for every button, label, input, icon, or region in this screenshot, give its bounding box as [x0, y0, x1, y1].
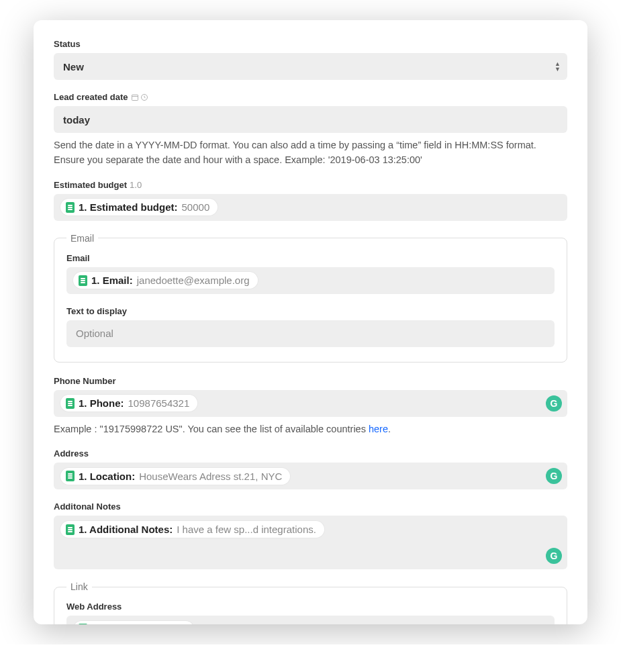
sheet-icon	[66, 202, 75, 213]
notes-chip[interactable]: 1. Additional Notes: I have a few sp...d…	[60, 521, 324, 538]
sheet-icon	[66, 524, 75, 535]
phone-label: Phone Number	[54, 376, 567, 386]
email-chip[interactable]: 1. Email: janedoette@example.org	[73, 272, 258, 289]
budget-input[interactable]: 1. Estimated budget: 50000	[54, 194, 567, 221]
phone-chip-key: 1. Phone:	[79, 397, 124, 409]
email-field: Email 1. Email: janedoette@example.org	[66, 253, 555, 294]
budget-hint: 1.0	[130, 180, 142, 190]
notes-field: Additonal Notes 1. Additional Notes: I h…	[54, 501, 567, 569]
web-field: Web Address 1. Link: example.org	[66, 602, 555, 624]
email-display-input[interactable]: Optional	[66, 320, 555, 347]
lead-date-input[interactable]: today	[54, 106, 567, 133]
status-label: Status	[54, 39, 567, 49]
grammarly-icon[interactable]: G	[546, 468, 562, 484]
link-group-legend: Link	[66, 581, 92, 592]
lead-date-label: Lead created date	[54, 92, 567, 102]
phone-chip[interactable]: 1. Phone: 10987654321	[60, 395, 197, 412]
address-label: Address	[54, 448, 567, 459]
budget-field: Estimated budget 1.0 1. Estimated budget…	[54, 180, 567, 221]
grammarly-icon[interactable]: G	[546, 395, 562, 412]
address-input[interactable]: 1. Location: HouseWears Adress st.21, NY…	[54, 463, 567, 489]
lead-date-label-text: Lead created date	[54, 92, 128, 102]
phone-help: Example : "19175998722 US". You can see …	[54, 422, 567, 437]
notes-chip-key: 1. Additional Notes:	[79, 524, 173, 535]
address-field: Address 1. Location: HouseWears Adress s…	[54, 448, 567, 489]
clock-icon	[140, 93, 148, 101]
status-select[interactable]: New ▲▼	[54, 53, 567, 80]
email-input[interactable]: 1. Email: janedoette@example.org	[66, 267, 555, 294]
form-card: Status New ▲▼ Lead created date today Se…	[34, 20, 587, 624]
email-group: Email Email 1. Email: janedoette@example…	[54, 233, 567, 363]
select-arrows-icon: ▲▼	[555, 61, 561, 72]
budget-chip-key: 1. Estimated budget:	[79, 201, 178, 213]
email-display-label: Text to display	[66, 306, 555, 316]
budget-label: Estimated budget 1.0	[54, 180, 567, 190]
lead-date-value: today	[60, 114, 90, 126]
status-field: Status New ▲▼	[54, 39, 567, 80]
sheet-icon	[79, 275, 87, 286]
budget-label-text: Estimated budget	[54, 180, 127, 190]
address-chip-val: HouseWears Adress st.21, NYC	[139, 471, 282, 482]
address-chip[interactable]: 1. Location: HouseWears Adress st.21, NY…	[60, 468, 290, 485]
status-value: New	[63, 61, 84, 73]
email-display-placeholder: Optional	[73, 328, 113, 339]
phone-field: Phone Number 1. Phone: 10987654321 G Exa…	[54, 376, 567, 437]
grammarly-icon[interactable]: G	[546, 548, 562, 564]
web-chip[interactable]: 1. Link: example.org	[73, 621, 194, 624]
phone-help-link[interactable]: here	[369, 424, 388, 434]
budget-chip-val: 50000	[182, 201, 210, 213]
calendar-icon	[131, 93, 139, 101]
sheet-icon	[66, 398, 75, 409]
sheet-icon	[79, 624, 87, 624]
phone-help-post: .	[388, 424, 391, 434]
notes-input[interactable]: 1. Additional Notes: I have a few sp...d…	[54, 516, 567, 569]
address-chip-key: 1. Location:	[79, 471, 135, 482]
svg-rect-0	[132, 95, 138, 100]
link-group: Link Web Address 1. Link: example.org Te…	[54, 581, 567, 624]
notes-label: Additonal Notes	[54, 501, 567, 512]
notes-chip-val: I have a few sp...d integrations.	[177, 524, 316, 535]
lead-date-help: Send the date in a YYYY-MM-DD format. Yo…	[54, 138, 567, 168]
phone-help-pre: Example : "19175998722 US". You can see …	[54, 424, 369, 434]
web-chip-val: example.org	[131, 624, 187, 624]
email-display-field: Text to display Optional	[66, 306, 555, 347]
web-input[interactable]: 1. Link: example.org	[66, 616, 555, 624]
phone-input[interactable]: 1. Phone: 10987654321 G	[54, 390, 567, 417]
lead-date-icons	[131, 93, 148, 101]
web-label: Web Address	[66, 602, 555, 612]
email-chip-val: janedoette@example.org	[137, 275, 250, 286]
lead-date-field: Lead created date today Send the date in…	[54, 92, 567, 168]
phone-chip-val: 10987654321	[128, 397, 190, 409]
email-label: Email	[66, 253, 555, 263]
email-chip-key: 1. Email:	[91, 275, 133, 286]
sheet-icon	[66, 471, 75, 481]
web-chip-key: 1. Link:	[91, 624, 127, 624]
email-group-legend: Email	[66, 233, 98, 244]
budget-chip[interactable]: 1. Estimated budget: 50000	[60, 199, 218, 215]
